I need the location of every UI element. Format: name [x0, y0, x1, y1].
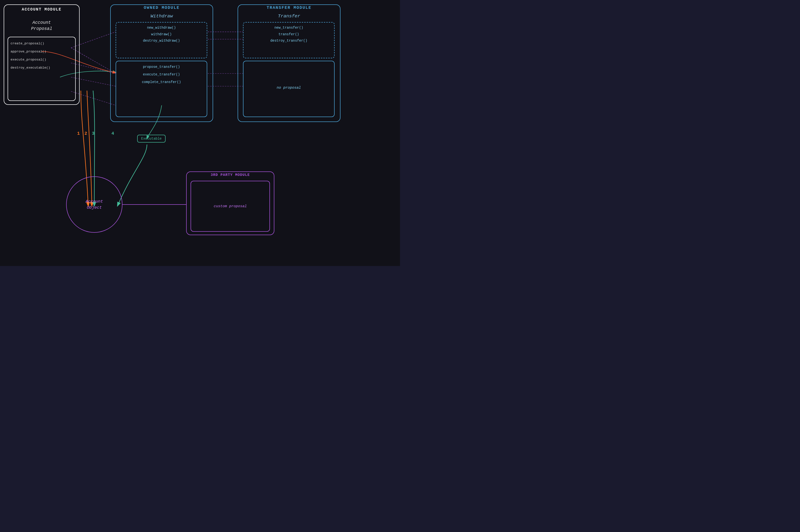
step-4: 4	[112, 131, 114, 136]
account-object-label: AccountObject	[85, 198, 103, 211]
third-party-inner-box: custom proposal	[191, 181, 270, 232]
account-module-subtitle: AccountProposal	[4, 20, 79, 32]
account-module-box: ACCOUNT MODULE AccountProposal create_pr…	[4, 4, 80, 105]
account-functions-box: create_proposal() approve_proposal() exe…	[7, 37, 76, 101]
custom-proposal-text: custom proposal	[214, 204, 247, 208]
transfer-module-subtitle: Transfer	[237, 14, 341, 19]
owned-module-title: OWNED MODULE	[110, 5, 213, 10]
transfer-module-title: TRANSFER MODULE	[237, 5, 341, 10]
func-create-proposal: create_proposal()	[11, 42, 73, 45]
no-proposal-text: no proposal	[243, 86, 335, 90]
diagram-container: ACCOUNT MODULE AccountProposal create_pr…	[0, 0, 400, 266]
owned-module-subtitle: Withdraw	[110, 14, 213, 19]
owned-transfer-functions: propose_transfer()execute_transfer()comp…	[116, 63, 207, 86]
func-destroy-executable: destroy_executable()	[11, 66, 73, 70]
step-1: 1	[77, 131, 80, 136]
step-3: 3	[92, 131, 95, 136]
transfer-dashed-functions: new_transfer()transfer()destroy_transfer…	[243, 24, 335, 44]
func-approve-proposal: approve_proposal()	[11, 50, 73, 53]
withdraw-functions: new_withdraw()withdraw()destroy_withdraw…	[116, 24, 207, 44]
third-party-module-title: 3RD PARTY MODULE	[186, 173, 274, 177]
executable-box: Executable	[137, 135, 166, 142]
step-2: 2	[84, 131, 87, 136]
account-module-title: ACCOUNT MODULE	[4, 7, 79, 12]
account-object-circle: AccountObject	[66, 176, 122, 233]
func-execute-proposal: execute_proposal()	[11, 58, 73, 61]
